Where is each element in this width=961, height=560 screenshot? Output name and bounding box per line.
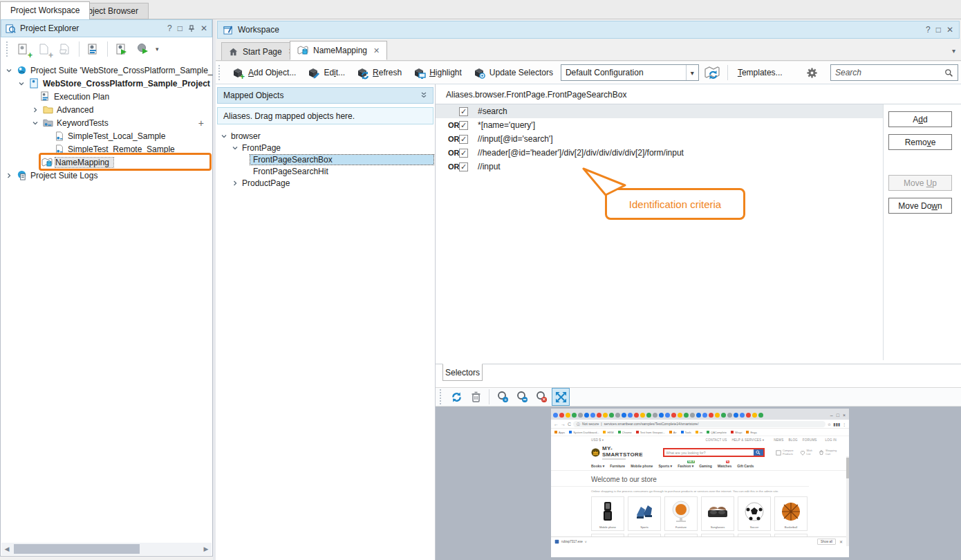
delete-icon[interactable] [467,389,484,405]
chevron-right-icon[interactable] [231,180,239,186]
checkbox-checked[interactable]: ✓ [459,149,468,158]
shopping-cart: ShoppingCart [819,449,837,456]
zoom-in-icon[interactable]: + [494,389,511,405]
tree-item-browser[interactable]: browser [220,130,435,142]
close-tab-icon[interactable]: ✕ [373,46,380,55]
tree-item-simpletest-remote[interactable]: SimpleTest_Remote_Sample [1,142,212,156]
help-icon[interactable]: ? [167,24,172,33]
remove-button[interactable]: Remove [888,134,952,150]
selectors-tab[interactable]: Selectors [442,364,483,381]
toolbar-grip[interactable] [218,65,221,80]
selector-row[interactable]: OR ✓ //input [436,160,883,174]
mapped-objects-pane: Mapped Objects Aliases. Drag mapped obje… [216,84,436,560]
tab-project-workspace[interactable]: Project Workspace [0,1,90,19]
chevron-right-icon[interactable] [31,107,39,113]
close-icon[interactable]: ✕ [200,24,207,33]
chevron-down-icon[interactable] [5,68,13,73]
map-refresh-icon[interactable] [703,64,721,82]
configuration-select[interactable]: Default Configuration ▾ [561,64,699,81]
open-item-button[interactable] [56,40,74,58]
selector-row[interactable]: OR ✓ *[name='query'] [436,118,883,132]
tree-item-frontpage[interactable]: FrontPage [220,142,435,153]
collapse-chevrons-icon[interactable] [420,92,427,99]
tree-item-productpage[interactable]: ProductPage [220,177,435,189]
move-down-button[interactable]: Move Down [888,198,952,214]
tree-item-namemapping[interactable]: NameMapping [1,156,212,169]
selector-row[interactable]: ✓ #search [436,104,883,118]
highlight-button[interactable]: Highlight [409,65,465,81]
tree-item-execution-plan[interactable]: Execution Plan [1,90,212,103]
run-project-button[interactable] [113,40,131,58]
maximize-icon[interactable]: □ [178,24,183,33]
refresh-icon[interactable] [448,389,465,405]
run-suite-button[interactable] [133,40,151,58]
refresh-button[interactable]: Refresh [353,65,405,81]
templates-button[interactable]: Templates... [734,66,786,79]
document-tab-strip: Start Page ✕ NameMapping ✕ ▾ [216,40,961,61]
scroll-left-arrow[interactable]: ◀ [1,545,12,552]
pin-icon[interactable] [188,25,195,32]
chevron-down-icon[interactable]: ▾ [156,46,159,53]
chevron-right-icon[interactable] [5,173,13,178]
toolbar-grip[interactable] [440,389,442,404]
reload-icon: C [568,422,571,427]
tree-item-project-suite[interactable]: Project Suite 'WebStore_CrossPlatform_Sa… [1,64,212,77]
zoom-out-icon[interactable] [514,389,530,405]
cube-refresh-icon [356,66,369,80]
checkbox-checked[interactable]: ✓ [459,107,468,116]
add-object-button[interactable]: + Add Object... [228,65,299,81]
project-tree: Project Suite 'WebStore_CrossPlatform_Sa… [1,61,212,182]
tree-item-advanced[interactable]: Advanced [1,103,212,116]
zoom-reset-icon[interactable]: ✕ [533,389,550,405]
bookmark-item: Chrome [618,431,632,434]
checkbox-checked[interactable]: ✓ [459,162,468,171]
maximize-icon[interactable]: □ [936,25,941,35]
search-input[interactable] [835,68,944,77]
checkbox-checked[interactable]: ✓ [459,121,468,130]
tab-namemapping[interactable]: NameMapping ✕ [290,41,387,60]
bookmark-item: Test from Groupwi... [636,431,665,434]
new-project-button[interactable]: + [15,40,32,58]
bookmark-favicon [554,431,557,433]
edit-button[interactable]: Edit... [304,65,348,81]
browser-tab-favicon [609,413,614,418]
checkbox-checked[interactable]: ✓ [459,135,468,144]
execution-plan-button[interactable] [84,40,102,58]
help-icon[interactable]: ? [926,25,931,35]
update-selectors-button[interactable]: Update Selectors [469,65,557,81]
selector-row[interactable]: OR ✓ //header[@id='header']/div[2]/div/d… [436,146,883,160]
chevron-down-icon[interactable] [231,145,239,151]
search-icon[interactable] [944,68,953,77]
add-test-plus[interactable]: + [198,118,204,129]
bookmark-favicon [696,431,698,433]
search-field[interactable] [830,64,958,81]
chevron-down-icon[interactable] [220,133,228,139]
move-up-button[interactable]: Move Up [888,175,952,191]
scrollbar-thumb[interactable] [14,544,140,554]
fit-to-screen-icon[interactable] [552,389,569,405]
tree-item-project[interactable]: WebStore_CrossPlatform_Sample_Project [1,77,212,90]
scroll-right-arrow[interactable]: ▶ [200,545,212,552]
product-card-sports: Sports [628,496,661,531]
add-item-button[interactable]: + [35,40,53,58]
horizontal-scrollbar[interactable]: ◀ ▶ [1,543,212,555]
tab-list-dropdown-icon[interactable]: ▾ [952,47,955,55]
toolbar-grip[interactable] [6,41,9,57]
tree-item-simpletest-local[interactable]: SimpleTest_Local_Sample [1,129,212,142]
nav-books: Books ▾ [591,464,604,468]
chevron-down-icon[interactable] [31,120,39,126]
close-icon[interactable]: ✕ [946,25,953,35]
aliases-banner[interactable]: Aliases. Drag mapped objects here. [217,107,433,124]
add-button[interactable]: Add [888,111,952,127]
tree-item-keywordtests[interactable]: KeywordTests + [1,116,212,129]
selector-row[interactable]: OR ✓ //input[@id='search'] [436,132,883,146]
gear-icon[interactable] [803,64,821,82]
tree-item-frontpagesearchbox[interactable]: FrontPageSearchBox [220,153,435,165]
browser-tab-favicon [640,413,645,418]
tree-item-project-suite-logs[interactable]: Project Suite Logs [1,169,212,182]
browser-tab-strip: – □ × [551,409,849,420]
chevron-down-icon[interactable] [17,81,26,86]
bookmark-item: Enga [746,431,756,434]
tree-item-frontpagesearchhit[interactable]: FrontPageSearchHit [220,165,435,177]
bookmark-favicon [707,431,709,433]
